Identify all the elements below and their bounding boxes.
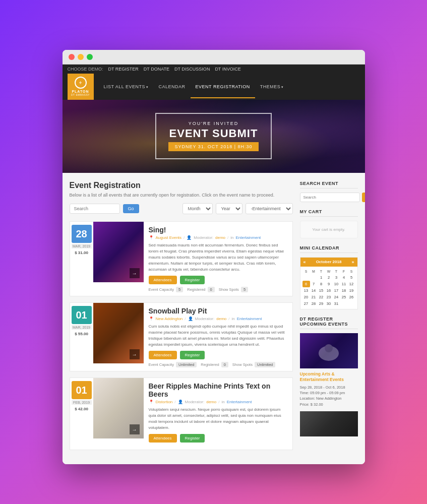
search-row: Search <box>300 193 358 202</box>
stat-registered-snowball: Registered 0 <box>201 362 228 367</box>
nav-event-registration[interactable]: EVENT REGISTRATION <box>191 75 255 98</box>
cal-day-21[interactable]: 21 <box>310 294 318 300</box>
event-content-beer: Beer Ripples Machine Prints Text on Beer… <box>144 378 292 450</box>
cal-day-7[interactable]: 7 <box>310 281 318 287</box>
cal-day-empty4 <box>348 300 355 307</box>
nav-calendar[interactable]: CALENDAR <box>154 75 191 98</box>
registered-value-snowball: 0 <box>221 362 228 367</box>
cal-day-8[interactable]: 8 <box>318 281 325 287</box>
cal-day-5[interactable]: 5 <box>348 274 355 281</box>
event-category-sing[interactable]: Entertainment <box>236 235 261 240</box>
cal-day-10[interactable]: 10 <box>333 281 340 287</box>
cal-day-19[interactable]: 19 <box>348 287 355 294</box>
demo-bar: Choose demo: DT REGISTER DT DONATE DT DI… <box>63 65 365 74</box>
close-button[interactable] <box>69 54 75 60</box>
event-card-snowball: 01 MAR, 2019 $ 55.00 → Snowball Play Pit… <box>70 302 293 371</box>
event-location-snowball[interactable]: New Addington <box>156 317 183 321</box>
calendar-dow-row: S M T W T F S <box>302 269 355 274</box>
cal-day-20[interactable]: 20 <box>302 294 310 300</box>
cal-day-26[interactable]: 26 <box>348 294 355 300</box>
minimize-button[interactable] <box>78 54 84 60</box>
cal-day-23[interactable]: 23 <box>325 294 333 300</box>
cal-day-17[interactable]: 17 <box>333 287 340 294</box>
moderator-link-sing[interactable]: demo <box>215 235 225 240</box>
register-button-snowball[interactable]: Register <box>180 351 205 359</box>
cal-day-3[interactable]: 3 <box>333 274 340 281</box>
cal-day-28[interactable]: 28 <box>310 300 318 307</box>
event-image-sing: → <box>93 222 144 282</box>
sidebar-search-section: SEARCH EVENT Search <box>300 181 358 202</box>
logo[interactable]: ⚜ PLATON DT EMBASSY <box>68 74 94 100</box>
sidebar: SEARCH EVENT Search MY CART Your cart is… <box>300 181 358 457</box>
cal-day-29[interactable]: 29 <box>318 300 325 307</box>
event-name-snowball[interactable]: Snowball Play Pit <box>149 307 287 315</box>
nav-list-all[interactable]: LIST ALL EVENTS▾ <box>99 75 154 98</box>
stat-capacity-snowball: Event Capacity Unlimited <box>149 362 197 367</box>
nav-themes[interactable]: THEMES▾ <box>255 75 289 98</box>
event-name-sing[interactable]: Sing! <box>149 226 287 234</box>
attendees-button-sing[interactable]: Attendees <box>149 276 177 284</box>
cal-day-11[interactable]: 11 <box>340 281 348 287</box>
register-button-beer[interactable]: Register <box>180 434 205 443</box>
cal-day-24[interactable]: 24 <box>333 294 340 300</box>
hero-section: YOU'RE INVITED EVENT SUBMIT Sydney 31. O… <box>63 100 365 173</box>
moderator-icon-snowball: 👤 <box>188 317 193 321</box>
location-icon-beer: 📍 <box>149 400 154 404</box>
event-name-beer[interactable]: Beer Ripples Machine Prints Text on Beer… <box>149 382 287 398</box>
event-category-beer[interactable]: Entertainment <box>227 400 252 404</box>
cal-day-18[interactable]: 18 <box>340 287 348 294</box>
sidebar-search-button[interactable]: Search <box>362 193 365 202</box>
svg-point-1 <box>325 344 333 352</box>
hero-content: YOU'RE INVITED EVENT SUBMIT Sydney 31. O… <box>155 113 271 159</box>
filter-search-input[interactable] <box>70 204 120 214</box>
cal-day-31[interactable]: 31 <box>333 300 340 307</box>
cal-day-6[interactable]: 6 <box>302 281 310 287</box>
event-image-arrow-snowball[interactable]: → <box>130 349 140 359</box>
filter-category-select[interactable]: -Entertainment <box>246 203 293 214</box>
cal-day-4[interactable]: 4 <box>340 274 348 281</box>
cal-day-9[interactable]: 9 <box>325 281 333 287</box>
demo-link-register[interactable]: DT REGISTER <box>108 67 139 72</box>
cal-day-13[interactable]: 13 <box>302 287 310 294</box>
calendar-next[interactable]: » <box>351 260 354 265</box>
hero-date: Sydney 31. Oct 2018 | 8h:30 <box>168 142 258 151</box>
nav-links: LIST ALL EVENTS▾ CALENDAR EVENT REGISTRA… <box>99 75 289 98</box>
moderator-label-sing: Moderator: <box>194 235 213 240</box>
logo-sub: DT EMBASSY <box>71 93 90 96</box>
maximize-button[interactable] <box>87 54 93 60</box>
filter-year-select[interactable]: Year <box>216 203 242 214</box>
event-location-beer[interactable]: Distortion <box>156 400 173 404</box>
attendees-button-snowball[interactable]: Attendees <box>149 351 177 359</box>
register-button-sing[interactable]: Register <box>180 276 205 284</box>
demo-link-donate[interactable]: DT DONATE <box>144 67 169 72</box>
cal-day-30[interactable]: 30 <box>325 300 333 307</box>
moderator-link-snowball[interactable]: demo <box>216 317 226 321</box>
event-image-arrow-sing[interactable]: → <box>130 268 140 278</box>
cal-day-25[interactable]: 25 <box>340 294 348 300</box>
cal-day-15[interactable]: 15 <box>318 287 325 294</box>
event-date-badge-sing: 28 MAR, 2019 $ 31.00 <box>70 222 93 296</box>
demo-link-discussion[interactable]: DT DISCUSSION <box>174 67 210 72</box>
event-desc-beer: Voluptatem sequi nescium. Neque porro qu… <box>149 407 287 431</box>
cal-day-27[interactable]: 27 <box>302 300 310 307</box>
cal-day-16[interactable]: 16 <box>325 287 333 294</box>
attendees-button-beer[interactable]: Attendees <box>149 434 177 443</box>
event-location-sing[interactable]: August Events <box>156 235 182 240</box>
cal-day-14[interactable]: 14 <box>310 287 318 294</box>
upcoming-event-title[interactable]: Upcoming Arts & Entertainment Events <box>300 371 358 383</box>
filter-go-button[interactable]: Go <box>123 204 139 213</box>
sidebar-upcoming-section: DT REGISTER UPCOMING EVENTS Upcoming Art… <box>300 317 358 436</box>
calendar-prev[interactable]: « <box>303 260 306 265</box>
filter-month-select[interactable]: Month <box>182 203 213 214</box>
event-image-arrow-beer[interactable]: → <box>130 424 140 434</box>
moderator-link-beer[interactable]: demo <box>206 400 216 404</box>
cal-day-1[interactable]: 1 <box>318 274 325 281</box>
cal-day-22[interactable]: 22 <box>318 294 325 300</box>
sidebar-search-input[interactable] <box>300 193 360 202</box>
event-category-snowball[interactable]: Entertainment <box>237 317 262 321</box>
stat-spots-snowball: Show Spots Unlimited <box>232 362 275 367</box>
cal-day-12[interactable]: 12 <box>348 281 355 287</box>
demo-link-invoice[interactable]: DT INVOICE <box>215 67 240 72</box>
capacity-value-snowball: Unlimited <box>176 362 197 367</box>
cal-day-2[interactable]: 2 <box>325 274 333 281</box>
